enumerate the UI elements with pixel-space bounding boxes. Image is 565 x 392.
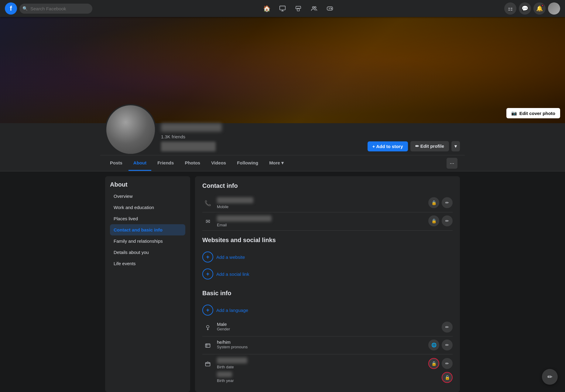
tab-videos[interactable]: Videos [206,156,231,171]
about-nav-overview[interactable]: Overview [110,191,185,202]
about-nav-work[interactable]: Work and education [110,202,185,213]
add-website-link[interactable]: + Add a website [202,248,453,265]
groups-nav-btn[interactable] [307,1,321,16]
nav-left: f 🔍 [5,2,92,15]
add-social-link[interactable]: + Add a social link [202,265,453,282]
add-website-label: Add a website [216,255,245,260]
birthyear-content: Birth year [217,372,437,383]
email-value-blurred [217,215,272,221]
main-content: About Overview Work and education Places… [100,171,465,392]
birthdate-label: Birth date [217,365,423,369]
about-nav-life-events[interactable]: Life events [110,258,185,269]
about-nav-family[interactable]: Family and relationships [110,235,185,247]
pronouns-actions: 🌐 ✏ [423,340,453,350]
pencil-icon: ✏ [445,200,449,205]
pronouns-edit-button[interactable]: ✏ [442,340,453,350]
pronouns-globe-button[interactable]: 🌐 [428,340,439,350]
gender-label: Gender [217,327,437,331]
mobile-edit-button[interactable]: ✏ [442,197,453,208]
birthdate-edit-button[interactable]: ✏ [442,358,453,369]
about-main-panel: Contact info 📞 Mobile 🔒 ✏ [195,176,460,392]
contact-info-title: Contact info [202,182,453,189]
svg-rect-0 [280,6,285,10]
home-nav-btn[interactable]: 🏠 [259,1,274,16]
gender-icon [202,322,213,333]
lock-icon: 🔒 [431,200,437,205]
apps-btn[interactable]: ⚏ [504,2,516,15]
basic-info-divider: Basic info [202,290,453,297]
email-actions: 🔒 ✏ [423,215,453,226]
email-label: Email [217,223,423,227]
email-lock-button[interactable]: 🔒 [428,215,439,226]
search-input[interactable] [19,4,92,14]
nav-right: ⚏ 💬 🔔 [504,2,560,15]
profile-wrapper: 📷 Edit cover photo 1.3K friends + Add to… [0,17,565,392]
birthdate-lock-button[interactable]: 🔒 [428,358,439,369]
add-story-button[interactable]: + Add to story [368,141,408,151]
messenger-btn[interactable]: 💬 [519,2,531,15]
birthdate-content: Birth date [217,357,423,369]
svg-point-3 [314,7,316,8]
tab-photos[interactable]: Photos [180,156,205,171]
about-nav-places[interactable]: Places lived [110,213,185,224]
websites-divider: Websites and social links [202,237,453,244]
websites-title: Websites and social links [202,237,453,244]
tab-more[interactable]: More ▾ [264,156,289,171]
email-edit-button[interactable]: ✏ [442,215,453,226]
profile-nav: Posts About Friends Photos Videos Follow… [100,155,465,171]
nav-center: 🏠 [92,1,504,16]
profile-top: 1.3K friends + Add to story ✏ Edit profi… [100,123,465,155]
floating-edit-button[interactable]: ✏ [542,369,558,385]
svg-rect-8 [206,344,210,347]
profile-details: 1.3K friends [161,123,363,155]
gaming-nav-btn[interactable] [323,1,337,16]
add-language-link[interactable]: + Add a language [202,302,453,319]
basic-info-title: Basic info [202,290,453,297]
floating-edit-icon: ✏ [547,373,553,380]
lock-icon-2: 🔒 [431,218,437,223]
tab-following[interactable]: Following [232,156,263,171]
add-story-label: + Add to story [372,144,403,149]
edit-profile-button[interactable]: ✏ Edit profile [410,141,449,151]
marketplace-nav-btn[interactable] [291,1,306,16]
notifications-btn[interactable]: 🔔 [533,2,546,15]
birthyear-row-inner: Birth year 🔒 [202,372,453,383]
mobile-info-row: 📞 Mobile 🔒 ✏ [202,194,453,212]
mobile-actions: 🔒 ✏ [423,197,453,208]
about-nav-details[interactable]: Details about you [110,247,185,258]
profile-more-button[interactable]: ▾ [451,141,460,151]
phone-icon: 📞 [202,198,213,209]
pronouns-value: he/him [217,340,423,345]
svg-point-2 [313,7,314,8]
camera-icon: 📷 [511,110,517,116]
pronouns-content: he/him System pronouns [217,340,423,349]
gender-edit-button[interactable]: ✏ [442,322,453,333]
edit-profile-label: ✏ Edit profile [415,144,444,149]
watch-nav-btn[interactable] [275,1,290,16]
svg-point-6 [331,8,332,9]
edit-cover-button[interactable]: 📷 Edit cover photo [506,108,560,118]
notification-dot [541,4,544,7]
birthdate-actions: 🔒 ✏ [423,358,453,369]
mobile-lock-button[interactable]: 🔒 [428,197,439,208]
top-nav: f 🔍 🏠 ⚏ 💬 🔔 [0,0,565,17]
cover-photo: 📷 Edit cover photo [0,17,565,123]
tab-posts[interactable]: Posts [105,156,127,171]
gender-actions: ✏ [437,322,453,333]
profile-actions: + Add to story ✏ Edit profile ▾ [368,141,460,155]
birthyear-lock-button[interactable]: 🔒 [442,372,453,383]
globe-icon: 🌐 [431,343,437,347]
tab-about[interactable]: About [128,156,151,171]
profile-nav-dots-button[interactable]: ··· [447,158,457,169]
gender-info-row: Male Gender ✏ [202,319,453,336]
mobile-content: Mobile [217,197,423,209]
avatar-nav[interactable] [548,2,560,15]
pencil-icon-3: ✏ [445,325,449,329]
birthday-icon [202,358,213,369]
birthdate-info-row: Birth date 🔒 ✏ Birth y [202,354,453,386]
about-nav-contact[interactable]: Contact and basic info [110,224,185,235]
tab-friends[interactable]: Friends [152,156,179,171]
gender-content: Male Gender [217,322,437,331]
facebook-logo[interactable]: f [5,2,17,15]
svg-rect-9 [206,362,210,366]
